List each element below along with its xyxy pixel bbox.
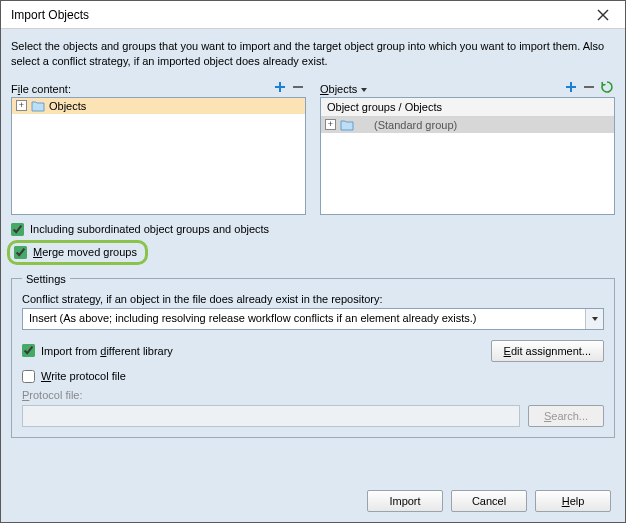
svg-rect-4 <box>293 86 303 88</box>
description-text: Select the objects and groups that you w… <box>11 39 615 69</box>
checkbox-merge-moved-groups[interactable]: Merge moved groups <box>7 240 148 265</box>
checkbox-write-protocol-label: Write protocol file <box>41 370 126 382</box>
titlebar: Import Objects <box>1 1 625 29</box>
conflict-strategy-combo[interactable]: Insert (As above; including resolving re… <box>22 308 604 330</box>
conflict-strategy-label: Conflict strategy, if an object in the f… <box>22 293 604 305</box>
folder-icon <box>340 119 354 131</box>
objects-tree[interactable]: Object groups / Objects + (Standard grou… <box>320 97 615 215</box>
refresh-button[interactable] <box>599 79 615 95</box>
button-bar: Import Cancel Help <box>11 480 615 516</box>
minus-icon <box>291 80 305 94</box>
window-title: Import Objects <box>11 8 89 22</box>
dialog-content: Select the objects and groups that you w… <box>1 29 625 522</box>
add-button[interactable] <box>563 79 579 95</box>
edit-assignment-button[interactable]: Edit assignment... <box>491 340 604 362</box>
plus-icon <box>564 80 578 94</box>
checkbox-merge-input[interactable] <box>14 246 27 259</box>
checkbox-merge-label: Merge moved groups <box>33 246 137 258</box>
checkbox-subordinated-input[interactable] <box>11 223 24 236</box>
checkbox-write-protocol[interactable]: Write protocol file <box>22 370 604 383</box>
help-button[interactable]: Help <box>535 490 611 512</box>
expand-toggle[interactable]: + <box>16 100 27 111</box>
protocol-file-input <box>22 405 520 427</box>
checkbox-subordinated-label: Including subordinated object groups and… <box>30 223 269 235</box>
tree-item-objects[interactable]: + Objects <box>12 98 305 114</box>
remove-button[interactable] <box>581 79 597 95</box>
tree-item-standard-group[interactable]: + (Standard group) <box>321 117 614 133</box>
tree-item-label: Objects <box>49 100 86 112</box>
file-content-label: File content: <box>11 83 71 95</box>
checkbox-import-diff-label: Import from different library <box>41 345 173 357</box>
folder-icon <box>31 100 45 112</box>
close-icon <box>597 9 609 21</box>
file-content-tree[interactable]: + Objects <box>11 97 306 215</box>
dropdown-arrow-icon <box>360 86 368 94</box>
plus-icon <box>273 80 287 94</box>
settings-group: Settings Conflict strategy, if an object… <box>11 273 615 438</box>
close-button[interactable] <box>587 4 619 26</box>
expand-toggle[interactable]: + <box>325 119 336 130</box>
chevron-down-icon <box>591 315 599 323</box>
objects-label[interactable]: Objects <box>320 83 368 95</box>
remove-button[interactable] <box>290 79 306 95</box>
svg-rect-6 <box>566 86 576 88</box>
checkbox-import-different-library[interactable]: Import from different library <box>22 344 173 357</box>
protocol-file-label: Protocol file: <box>22 389 604 401</box>
settings-legend: Settings <box>22 273 70 285</box>
minus-icon <box>582 80 596 94</box>
cancel-button[interactable]: Cancel <box>451 490 527 512</box>
import-button[interactable]: Import <box>367 490 443 512</box>
objects-pane: Objects <box>320 79 615 215</box>
checkbox-subordinated[interactable]: Including subordinated object groups and… <box>11 223 615 236</box>
file-content-pane: File content: <box>11 79 306 215</box>
checkbox-write-protocol-input[interactable] <box>22 370 35 383</box>
search-button: Search... <box>528 405 604 427</box>
svg-rect-7 <box>584 86 594 88</box>
checkbox-import-diff-input[interactable] <box>22 344 35 357</box>
combo-dropdown-button[interactable] <box>585 309 603 329</box>
refresh-icon <box>600 80 614 94</box>
add-button[interactable] <box>272 79 288 95</box>
tree-item-label: (Standard group) <box>374 119 457 131</box>
conflict-strategy-value: Insert (As above; including resolving re… <box>23 309 585 329</box>
svg-rect-3 <box>275 86 285 88</box>
objects-tree-header: Object groups / Objects <box>321 98 614 117</box>
